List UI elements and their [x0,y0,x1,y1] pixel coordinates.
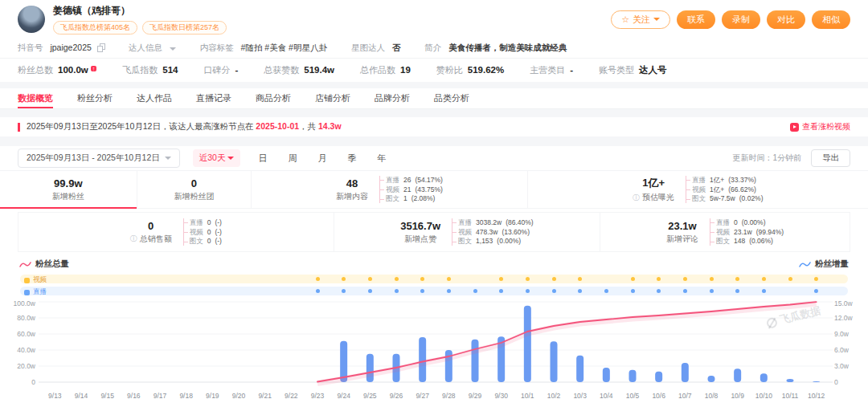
tab-6[interactable]: 品牌分析 [375,88,410,108]
activity-dot [735,289,739,293]
stat-label: 总获赞数 [264,65,299,75]
y-axis-label-left: 60.0w [0,331,35,338]
chart-title-total: 粉丝总量 [19,258,69,270]
stat-value: 19 [400,65,411,75]
fans-chart-section: 粉丝总量 粉丝增量 视频 直播 飞瓜数据 100.0w80.0w60.0w40.… [0,257,868,401]
breakdown-row: 视频23.1w(99.94%) [716,228,784,237]
header-action-button[interactable]: 相似 [812,10,850,29]
x-axis-label: 10/2 [547,392,561,400]
activity-dot [735,277,739,281]
y-axis-label-right: 6.0w [834,347,849,354]
stat-value: - [235,65,238,75]
header-action-button[interactable]: 录制 [722,10,760,29]
activity-dot [316,289,320,293]
header-actions: ☆ 关注 联系录制对比相似 [611,10,850,29]
breakdown-row: 图文1,153(0.00%) [458,237,534,246]
x-axis-label: 10/10 [755,392,772,400]
header-action-button[interactable]: 联系 [677,10,715,29]
stat-label: 主营类目 [530,65,565,75]
activity-dot [604,289,608,293]
period-option[interactable]: 季 [347,153,356,165]
peak-date: 2025-10-01 [256,121,299,131]
star-icon: ☆ [621,15,629,24]
period-option[interactable]: 日 [258,153,267,165]
view-growth-videos-button[interactable]: 查看涨粉视频 [790,121,850,132]
activity-dot [395,289,399,293]
activity-dot [762,277,766,281]
summary-card[interactable]: 0ⓘ总销售额直播0(-)视频0(-)图文0(-) [18,212,334,252]
summary-card[interactable]: 48新增内容直播26(54.17%)视频21(43.75%)图文1(2.08%) [252,171,527,208]
activity-dot [657,277,661,281]
card-label: ⓘ预估曝光 [633,192,674,203]
tab-0[interactable]: 数据概览 [18,88,53,108]
live-days-strip: 直播 [20,287,848,295]
section-divider [0,109,868,117]
card-label: 新增评论 [666,234,698,245]
video-days-strip: 视频 [20,275,848,283]
breakdown-row: 直播3038.2w(86.40%) [458,218,534,227]
breakdown-row: 直播26(54.17%) [386,176,443,185]
stat-item: 账号类型达人号 [599,64,667,76]
x-axis-label: 9/26 [390,392,403,400]
x-axis-label: 9/27 [416,392,429,400]
x-axis-label: 10/3 [573,392,587,400]
tab-7[interactable]: 品类分析 [434,88,469,108]
info-icon: ⓘ [130,234,137,244]
copy-icon[interactable] [97,43,104,51]
quick-range-dropdown[interactable]: 近30天 [193,149,241,167]
x-axis-label: 10/7 [678,392,692,400]
breakdown-row: 直播0(-) [190,218,222,227]
follow-button[interactable]: ☆ 关注 [611,10,670,29]
video-legend-icon [24,278,30,283]
x-axis-label: 9/15 [100,392,114,400]
export-button[interactable]: 导出 [811,149,850,167]
y-axis-label-left: 40.0w [0,347,35,354]
activity-dot [473,289,477,293]
activity-dot [499,289,503,293]
summary-cards-row2: 0ⓘ总销售额直播0(-)视频0(-)图文0(-)3516.7w新增点赞直播303… [18,212,850,252]
x-axis-label: 10/8 [705,392,719,400]
y-axis-label-left: 0 [0,379,35,386]
period-option[interactable]: 月 [317,153,326,165]
period-option[interactable]: 年 [377,153,386,165]
x-axis-label: 9/30 [494,392,508,400]
creator-info-dropdown[interactable]: 达人信息 [129,43,176,54]
x-axis-label: 10/4 [600,392,613,400]
tab-3[interactable]: 直播记录 [196,88,231,108]
period-option[interactable]: 周 [288,153,297,165]
summary-card[interactable]: 3516.7w新增点赞直播3038.2w(86.40%)视频478.3w(13.… [334,212,601,252]
summary-card[interactable]: 0新增粉丝团 [137,171,252,208]
summary-card[interactable]: 23.1w新增评论直播0(0.00%)视频23.1w(99.94%)图文148(… [600,212,850,252]
activity-dot [631,277,635,281]
breakdown-row: 视频21(43.75%) [386,185,443,194]
tab-5[interactable]: 店铺分析 [315,88,350,108]
stat-item: 飞瓜指数514 [122,64,178,76]
tab-2[interactable]: 达人作品 [137,88,172,108]
activity-dot [447,289,451,293]
card-value: 0 [174,177,214,189]
summary-card[interactable]: 1亿+ⓘ预估曝光直播1亿+(33.37%)视频1亿+(66.62%)图文5w-7… [528,171,868,208]
section-divider [0,136,868,146]
x-axis-label: 10/6 [652,392,665,400]
tab-1[interactable]: 粉丝分析 [77,88,113,108]
x-axis-label: 9/28 [442,392,456,400]
rising-badge: ↑ [91,66,97,71]
x-axis-label: 9/19 [206,392,219,400]
card-value: 99.9w [52,177,84,189]
stat-item: 口碑分- [203,64,238,76]
card-label: 新增粉丝 [52,191,84,202]
y-axis-label-left: 20.0w [0,363,35,370]
x-axis-label: 9/23 [311,392,325,400]
x-axis-label: 9/25 [363,392,377,400]
stat-label: 飞瓜指数 [122,65,158,75]
tab-4[interactable]: 商品分析 [256,88,291,108]
section-divider [0,82,868,88]
card-breakdown: 直播3038.2w(86.40%)视频478.3w(13.60%)图文1,153… [452,218,534,246]
x-axis-label: 9/13 [48,392,62,400]
live-legend-icon [24,290,30,295]
header-action-button[interactable]: 对比 [767,10,805,29]
date-range-picker[interactable]: 2025年09月13日 - 2025年10月12日 [18,149,180,168]
growth-notice: 2025年09月13日至2025年10月12日，该达人最高涨粉节点在 2025-… [18,117,850,136]
accent-bar [18,123,20,132]
summary-card[interactable]: 99.9w新增粉丝 [0,171,137,208]
